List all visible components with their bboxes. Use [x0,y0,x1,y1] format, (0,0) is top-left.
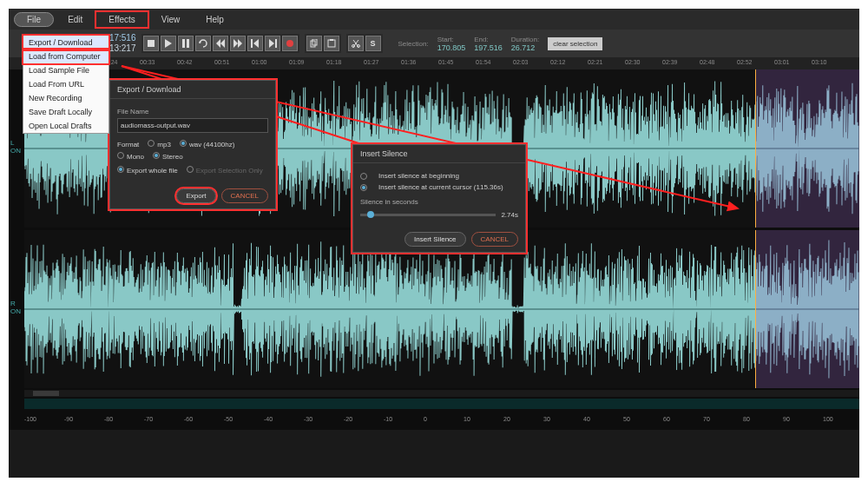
ruler-tick: 02:03 [513,59,529,65]
silence-seconds-slider[interactable] [360,214,496,216]
svg-rect-4 [275,39,277,48]
sel-start-value: 170.805 [437,43,466,52]
svg-rect-9 [330,39,333,41]
export-dialog: Export / Download File Name Format mp3 w… [109,80,276,209]
file-menu-load-sample[interactable]: Load Sample File [23,63,108,77]
bottom-tick: -50 [224,416,233,422]
stop-button[interactable] [143,36,159,51]
menu-edit[interactable]: Edit [56,12,95,27]
ruler-tick: 03:10 [812,59,827,65]
menu-help[interactable]: Help [194,12,236,27]
format-mp3-radio[interactable] [148,140,155,147]
ruler-tick: 01:27 [364,59,379,65]
bottom-tick: 80 [743,416,750,422]
bottom-tick: -10 [384,416,392,422]
ruler-tick: 02:12 [550,59,566,65]
svg-point-5 [286,40,293,47]
record-button[interactable] [282,36,298,51]
sel-end-value: 197.516 [474,43,503,52]
bottom-tick: -40 [264,416,273,422]
export-cancel-button[interactable]: CANCEL [221,188,268,203]
ruler-tick: 00:33 [140,59,155,65]
ruler-tick: 01:00 [252,59,267,65]
silence-cursor-radio[interactable] [360,184,367,191]
mono-radio[interactable] [117,152,124,159]
ruler-tick: 02:48 [700,59,715,65]
sel-duration-label: Duration: [511,36,539,43]
bottom-tick: 90 [783,416,790,422]
cut-button[interactable] [348,36,364,51]
ruler-tick: 02:52 [737,59,753,65]
bottom-tick: -90 [64,416,73,422]
silence-seconds-value: 2.74s [501,211,518,219]
ruler-tick: 03:01 [774,59,790,65]
loop-button[interactable] [195,36,211,51]
selection-region[interactable] [755,230,859,388]
filename-label: File Name [117,108,268,116]
horizontal-scrollbar[interactable] [24,390,859,397]
bottom-tick: -60 [184,416,193,422]
bottom-tick: 70 [703,416,710,422]
paste-button[interactable] [324,36,339,51]
insert-silence-button[interactable]: Insert Silence [404,232,465,247]
export-whole-radio[interactable] [117,166,124,173]
silence-cancel-button[interactable]: CANCEL [471,232,518,247]
svg-rect-0 [148,40,155,47]
minimap[interactable] [24,399,859,409]
play-button[interactable] [161,36,176,51]
bottom-tick: 0 [424,416,427,422]
bottom-tick: 40 [583,416,590,422]
stereo-radio[interactable] [153,152,160,159]
file-menu-load-computer[interactable]: Load from Computer [23,50,108,63]
bottom-tick: 100 [823,416,833,422]
ruler-tick: 01:45 [438,59,454,65]
skip-start-button[interactable] [247,36,263,51]
svg-rect-8 [328,40,335,47]
file-menu-export[interactable]: Export / Download [23,36,108,50]
ruler-tick: 01:18 [326,59,342,65]
left-channel-label: LON [10,139,21,155]
bottom-tick: 50 [623,416,630,422]
bottom-tick: -70 [144,416,153,422]
s-button[interactable]: S [365,36,381,51]
selection-label: Selection: [398,40,429,48]
ruler-tick: 01:09 [289,59,305,65]
copy-button[interactable] [306,36,322,51]
bottom-tick: -80 [104,416,113,422]
filename-input[interactable] [117,118,268,133]
silence-begin-radio[interactable] [360,173,367,180]
bottom-tick: 30 [543,416,550,422]
skip-fwd-button[interactable] [230,36,246,51]
sel-duration-value: 26.712 [511,43,539,52]
svg-rect-3 [251,39,253,48]
skip-end-button[interactable] [265,36,280,51]
export-button[interactable]: Export [176,188,215,203]
file-menu-new-recording[interactable]: New Recording [23,91,108,105]
pause-button[interactable] [178,36,194,51]
file-menu-open-drafts[interactable]: Open Local Drafts [23,119,108,133]
silence-dialog-title: Insert Silence [353,145,525,163]
svg-point-11 [357,45,359,48]
menu-effects[interactable]: Effects [96,12,147,27]
sel-start-label: Start: [437,36,466,43]
bottom-tick: -20 [344,416,352,422]
file-menu-save-draft[interactable]: Save Draft Locally [23,105,108,119]
bottom-ruler: -100-90-80-70-60-50-40-30-20-10010203040… [24,412,859,426]
ruler-tick: 02:21 [588,59,603,65]
sel-end-label: End: [474,36,503,43]
ruler-tick: 02:30 [625,59,641,65]
export-selection-radio[interactable] [187,166,194,173]
file-menu-load-url[interactable]: Load From URL [23,77,108,91]
clear-selection-button[interactable]: clear selection [548,37,602,50]
export-dialog-title: Export / Download [110,81,275,99]
silence-seconds-label: Silence in seconds [360,198,518,206]
time-ruler[interactable]: 00:0600:1500:2400:3300:4200:5101:0001:09… [9,57,859,69]
waveform-right[interactable] [24,230,859,388]
selection-region[interactable] [755,69,859,228]
file-dropdown: Export / Download Load from Computer Loa… [23,35,109,134]
skip-back-button[interactable] [213,36,228,51]
bottom-tick: -30 [304,416,312,422]
format-wav-radio[interactable] [180,140,187,147]
menu-view[interactable]: View [149,12,193,27]
menu-file[interactable]: File [14,12,54,27]
